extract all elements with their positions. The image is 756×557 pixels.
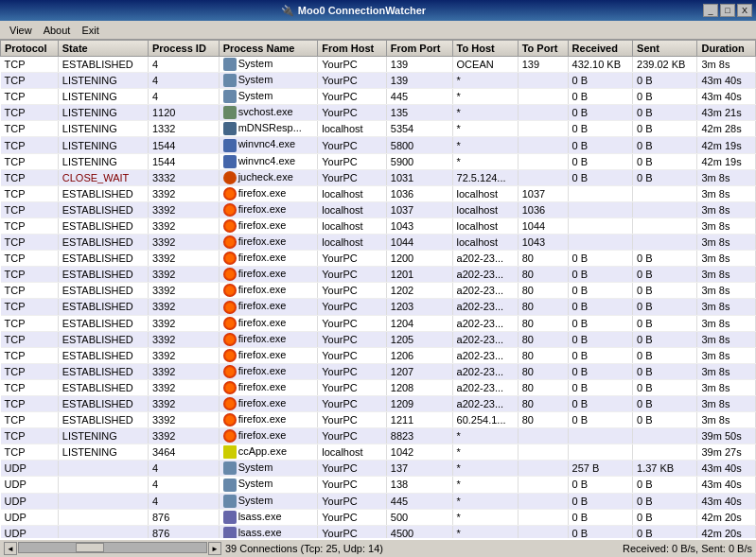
col-process-name[interactable]: Process Name xyxy=(219,41,318,57)
table-row[interactable]: TCPLISTENING3392firefox.exeYourPC8823*39… xyxy=(1,428,756,444)
table-row[interactable]: TCPESTABLISHED3392firefox.exelocalhost10… xyxy=(1,201,756,218)
menu-about[interactable]: About xyxy=(38,23,77,38)
table-row[interactable]: TCPCLOSE_WAIT3332jucheck.exeYourPC103172… xyxy=(1,169,756,185)
table-cell xyxy=(633,218,697,234)
table-row[interactable]: TCPESTABLISHED3392firefox.exelocalhost10… xyxy=(1,218,756,234)
scroll-left-button[interactable]: ◄ xyxy=(4,542,17,555)
col-to-host[interactable]: To Host xyxy=(452,41,518,57)
table-cell: ESTABLISHED xyxy=(58,347,148,363)
table-row[interactable]: TCPLISTENING3464ccApp.exelocalhost1042*3… xyxy=(1,444,756,461)
table-row[interactable]: TCPLISTENING1544winvnc4.exeYourPC5900*0 … xyxy=(1,153,756,169)
col-process-id[interactable]: Process ID xyxy=(148,41,219,57)
table-row[interactable]: TCPESTABLISHED3392firefox.exeYourPC1206a… xyxy=(1,347,756,363)
table-cell: 4 xyxy=(148,461,219,477)
table-cell: * xyxy=(452,105,518,121)
table-cell: 80 xyxy=(518,283,568,299)
col-protocol[interactable]: Protocol xyxy=(1,41,59,57)
table-cell: YourPC xyxy=(318,57,387,73)
col-from-host[interactable]: From Host xyxy=(318,41,387,57)
minimize-button[interactable]: _ xyxy=(703,4,718,17)
table-cell: * xyxy=(452,525,518,538)
col-from-port[interactable]: From Port xyxy=(386,41,452,57)
table-cell: firefox.exe xyxy=(219,331,318,347)
table-cell: * xyxy=(452,461,518,477)
table-row[interactable]: TCPESTABLISHED3392firefox.exeYourPC12116… xyxy=(1,412,756,428)
table-row[interactable]: TCPESTABLISHED3392firefox.exeYourPC1200a… xyxy=(1,251,756,267)
table-row[interactable]: TCPESTABLISHED3392firefox.exeYourPC1201a… xyxy=(1,267,756,283)
table-cell: 3392 xyxy=(148,251,219,267)
menu-view[interactable]: View xyxy=(4,23,38,38)
table-row[interactable]: TCPESTABLISHED3392firefox.exeYourPC1204a… xyxy=(1,315,756,331)
table-row[interactable]: TCPESTABLISHED3392firefox.exeYourPC1209a… xyxy=(1,395,756,411)
scroll-right-button[interactable]: ► xyxy=(208,542,221,555)
table-cell: 4 xyxy=(148,57,219,73)
col-received[interactable]: Received xyxy=(568,41,632,57)
table-cell: ccApp.exe xyxy=(219,444,318,461)
table-cell: 42m 19s xyxy=(697,137,756,153)
table-cell: 0 B xyxy=(568,153,632,169)
table-row[interactable]: TCPLISTENING4SystemYourPC139*0 B0 B43m 4… xyxy=(1,73,756,89)
table-row[interactable]: TCPESTABLISHED3392firefox.exeYourPC1205a… xyxy=(1,331,756,347)
firefox-icon xyxy=(223,268,237,281)
table-cell: UDP xyxy=(1,525,59,538)
table-row[interactable]: TCPLISTENING1120svchost.exeYourPC135*0 B… xyxy=(1,105,756,121)
table-cell xyxy=(518,509,568,525)
table-cell: YourPC xyxy=(318,267,387,283)
table-cell: TCP xyxy=(1,201,59,218)
table-cell: ESTABLISHED xyxy=(58,299,148,315)
table-row[interactable]: TCPLISTENING1332mDNSResp...localhost5354… xyxy=(1,121,756,137)
table-cell: * xyxy=(452,137,518,153)
table-header: Protocol State Process ID Process Name F… xyxy=(1,41,756,57)
table-row[interactable]: TCPLISTENING4SystemYourPC445*0 B0 B43m 4… xyxy=(1,89,756,105)
table-row[interactable]: TCPESTABLISHED3392firefox.exeYourPC1202a… xyxy=(1,283,756,299)
col-duration[interactable]: Duration xyxy=(697,41,756,57)
table-cell: ESTABLISHED xyxy=(58,57,148,73)
menu-exit[interactable]: Exit xyxy=(76,23,104,38)
table-row[interactable]: UDP876lsass.exeYourPC500*0 B0 B42m 20s xyxy=(1,509,756,525)
col-to-port[interactable]: To Port xyxy=(518,41,568,57)
table-cell: 1207 xyxy=(386,363,452,379)
table-row[interactable]: TCPLISTENING1544winvnc4.exeYourPC5800*0 … xyxy=(1,137,756,153)
table-cell xyxy=(518,461,568,477)
table-row[interactable]: TCPESTABLISHED3392firefox.exelocalhost10… xyxy=(1,185,756,201)
table-cell: YourPC xyxy=(318,283,387,299)
table-cell: YourPC xyxy=(318,363,387,379)
table-cell: 3m 8s xyxy=(697,185,756,201)
table-cell: 1204 xyxy=(386,315,452,331)
table-cell: 139 xyxy=(518,57,568,73)
table-cell: 80 xyxy=(518,347,568,363)
table-cell: ESTABLISHED xyxy=(58,283,148,299)
table-cell xyxy=(518,169,568,185)
table-row[interactable]: TCPESTABLISHED3392firefox.exeYourPC1203a… xyxy=(1,299,756,315)
table-row[interactable]: TCPESTABLISHED3392firefox.exeYourPC1208a… xyxy=(1,379,756,395)
table-row[interactable]: UDP4SystemYourPC445*0 B0 B43m 40s xyxy=(1,493,756,509)
table-cell: ESTABLISHED xyxy=(58,185,148,201)
table-row[interactable]: TCPESTABLISHED3392firefox.exelocalhost10… xyxy=(1,235,756,251)
table-scroll[interactable]: Protocol State Process ID Process Name F… xyxy=(0,40,756,538)
scroll-track[interactable] xyxy=(18,542,207,553)
table-row[interactable]: TCPESTABLISHED4SystemYourPC139OCEAN13943… xyxy=(1,57,756,73)
table-row[interactable]: TCPESTABLISHED3392firefox.exeYourPC1207a… xyxy=(1,363,756,379)
close-button[interactable]: X xyxy=(737,4,752,17)
table-row[interactable]: UDP4SystemYourPC138*0 B0 B43m 40s xyxy=(1,477,756,493)
table-cell: 432.10 KB xyxy=(568,57,632,73)
table-row[interactable]: UDP4SystemYourPC137*257 B1.37 KB43m 40s xyxy=(1,461,756,477)
table-row[interactable]: UDP876lsass.exeYourPC4500*0 B0 B42m 20s xyxy=(1,525,756,538)
table-cell: LISTENING xyxy=(58,428,148,444)
table-cell: 0 B xyxy=(568,412,632,428)
col-state[interactable]: State xyxy=(58,41,148,57)
table-cell: firefox.exe xyxy=(219,395,318,411)
status-left: ◄ ► 39 Connections (Tcp: 25, Udp: 14) xyxy=(4,542,383,555)
table-cell: 42m 19s xyxy=(697,153,756,169)
table-cell: 0 B xyxy=(568,509,632,525)
table-cell: localhost xyxy=(452,235,518,251)
maximize-button[interactable]: □ xyxy=(720,4,735,17)
table-cell: 1036 xyxy=(386,185,452,201)
table-cell: 0 B xyxy=(633,169,697,185)
table-cell: firefox.exe xyxy=(219,347,318,363)
table-cell: YourPC xyxy=(318,73,387,89)
winvnc-icon xyxy=(223,139,237,152)
firefox-icon xyxy=(223,317,237,330)
col-sent[interactable]: Sent xyxy=(633,41,697,57)
table-cell: firefox.exe xyxy=(219,283,318,299)
